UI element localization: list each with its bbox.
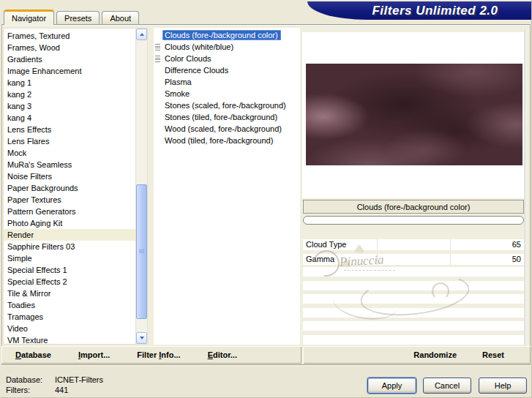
progress-bar: [303, 216, 524, 225]
category-item[interactable]: Image Enhancement: [4, 65, 135, 77]
category-item[interactable]: Mock: [4, 147, 135, 159]
scrollbar-down-button[interactable]: [136, 332, 147, 344]
category-item-label: kang 2: [7, 90, 31, 99]
category-item[interactable]: Paper Textures: [4, 194, 135, 206]
category-item[interactable]: Render: [4, 229, 135, 241]
parameter-name: Gamma: [306, 255, 334, 263]
toolbar-left: DatabaseImport...Filter Info...Editor...: [1, 346, 301, 364]
toolbar-button[interactable]: Import...: [78, 350, 110, 359]
category-item-label: Video: [7, 324, 28, 333]
filter-item[interactable]: Smoke: [154, 88, 300, 100]
category-item[interactable]: Lens Flares: [4, 135, 135, 147]
tab-bar: Navigator Presets About: [4, 10, 139, 24]
tab[interactable]: Presets: [56, 11, 100, 24]
randomize-button[interactable]: Randomize: [413, 350, 457, 359]
category-item[interactable]: Frames, Textured: [4, 30, 135, 42]
filter-item-label: Smoke: [162, 89, 192, 99]
category-item-label: Pattern Generators: [7, 207, 76, 216]
category-item[interactable]: kang 2: [4, 89, 135, 100]
preview-pane-border: [525, 29, 526, 345]
category-item[interactable]: Gradients: [4, 53, 135, 65]
chevron-up-icon: [140, 33, 144, 36]
category-item[interactable]: kang 3: [4, 100, 135, 112]
category-item[interactable]: Tile & Mirror: [4, 288, 135, 299]
toolbar-button[interactable]: Filter Info...: [137, 350, 180, 359]
category-item[interactable]: Noise Filters: [4, 170, 135, 182]
category-item-label: VM Texture: [7, 336, 48, 345]
preview-image: [306, 64, 522, 165]
category-item-label: Image Enhancement: [7, 67, 82, 75]
tab-label: Navigator: [12, 14, 46, 23]
category-item[interactable]: Video: [4, 323, 135, 334]
filter-list[interactable]: Clouds (fore-/background color) Clouds (…: [154, 28, 300, 345]
filter-item-label: Clouds (white/blue): [162, 42, 236, 52]
filter-item-label: Wood (tiled, fore-/background): [162, 135, 276, 146]
chevron-down-icon: [140, 337, 144, 339]
filter-item[interactable]: Clouds (white/blue): [154, 41, 300, 53]
category-item-label: Noise Filters: [7, 172, 52, 181]
scrollbar-up-button[interactable]: [136, 29, 147, 40]
category-item[interactable]: kang 4: [4, 112, 135, 124]
category-item-label: Lens Effects: [7, 125, 51, 134]
filter-item[interactable]: Wood (scaled, fore-/background): [154, 123, 300, 135]
category-item-label: kang 4: [7, 113, 31, 122]
toolbar-button[interactable]: Editor...: [208, 350, 237, 359]
apply-button[interactable]: Apply: [367, 378, 416, 394]
filter-item[interactable]: Plasma: [154, 76, 300, 88]
slider-tick: [450, 254, 451, 265]
category-item[interactable]: Lens Effects: [4, 124, 135, 135]
category-item[interactable]: Toadies: [4, 299, 135, 311]
toolbar-button-mnemonic: E: [208, 350, 213, 359]
category-list[interactable]: Frames, Textured Frames, Wood Gradients …: [3, 28, 135, 345]
filter-item[interactable]: Clouds (fore-/background color): [154, 29, 300, 41]
category-item[interactable]: Simple: [4, 252, 135, 264]
category-item[interactable]: Photo Aging Kit: [4, 217, 135, 229]
slider-thumb[interactable]: [342, 260, 351, 266]
category-item[interactable]: Pattern Generators: [4, 206, 135, 217]
category-item-label: Frames, Textured: [7, 31, 70, 40]
toolbar-button-mnemonic: D: [15, 350, 21, 359]
filter-item[interactable]: Stones (scaled, fore-/background): [154, 100, 300, 111]
parameter-slider-row[interactable]: Cloud Type 65: [303, 239, 524, 250]
category-item[interactable]: Paper Backgrounds: [4, 182, 135, 194]
toolbar-button[interactable]: Database: [15, 350, 51, 359]
toolbar-button-label: nfo...: [161, 350, 180, 359]
toolbar-right: Randomize Reset: [303, 346, 531, 364]
category-item-label: Paper Backgrounds: [7, 184, 78, 192]
category-item-label: Sapphire Filters 03: [7, 242, 75, 251]
filter-item[interactable]: Color Clouds: [154, 53, 300, 64]
category-item-label: Photo Aging Kit: [7, 219, 62, 228]
slider-thumb[interactable]: [355, 245, 364, 252]
selected-filter-name: Clouds (fore-/background color): [357, 203, 471, 211]
tab[interactable]: Navigator: [4, 10, 54, 25]
slider-tick: [450, 239, 451, 250]
parameter-value: 50: [512, 255, 521, 263]
toolbar-button-label: mport...: [80, 350, 110, 359]
category-item-label: Mock: [7, 149, 26, 157]
category-scrollbar[interactable]: [135, 28, 148, 345]
category-item[interactable]: kang 1: [4, 77, 135, 89]
preset-marker-icon: [155, 56, 160, 62]
filter-item[interactable]: Stones (tiled, fore-/background): [154, 111, 300, 123]
category-item-label: Simple: [7, 254, 32, 263]
cancel-button[interactable]: Cancel: [423, 378, 471, 394]
category-item[interactable]: Special Effects 2: [4, 276, 135, 288]
category-item[interactable]: Tramages: [4, 311, 135, 323]
help-button[interactable]: Help: [479, 378, 527, 394]
tab[interactable]: About: [102, 11, 139, 24]
toolbar-button-label: Filter: [137, 350, 159, 359]
filters-unlimited-dialog: Filters Unlimited 2.0 Navigator Presets …: [0, 0, 532, 398]
category-item[interactable]: Sapphire Filters 03: [4, 241, 135, 252]
filter-item[interactable]: Wood (tiled, fore-/background): [154, 135, 300, 146]
parameter-slider-row[interactable]: Gamma 50: [303, 254, 524, 265]
scrollbar-thumb[interactable]: [136, 184, 147, 319]
category-item[interactable]: Frames, Wood: [4, 42, 135, 53]
reset-button[interactable]: Reset: [482, 350, 504, 359]
filter-item[interactable]: Difference Clouds: [154, 64, 300, 76]
category-item[interactable]: VM Texture: [4, 334, 135, 345]
category-item[interactable]: MuRa's Seamless: [4, 159, 135, 170]
category-item[interactable]: Special Effects 1: [4, 264, 135, 276]
empty-slider-row: [303, 294, 524, 304]
filter-item-label: Wood (scaled, fore-/background): [162, 124, 285, 134]
empty-slider-row: [303, 321, 524, 331]
